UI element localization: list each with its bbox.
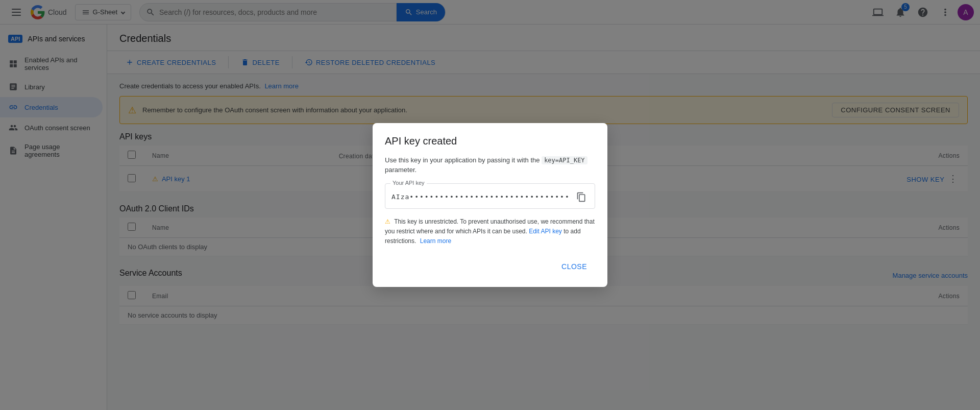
modal-overlay: API key created Use this key in your app… [0,0,980,410]
api-key-prefix: AIza [391,193,409,201]
api-key-row: AIza•••••••••••••••••••••••••••••••• [391,190,589,204]
api-key-masked: •••••••••••••••••••••••••••••••• [409,193,570,201]
modal-warning: ⚠ This key is unrestricted. To prevent u… [385,217,595,247]
api-key-field-label: Your API key [390,180,427,186]
modal-desc-prefix: Use this key in your application by pass… [385,156,540,164]
api-key-created-modal: API key created Use this key in your app… [373,123,607,287]
modal-footer: CLOSE [385,258,595,275]
api-key-value: AIza•••••••••••••••••••••••••••••••• [391,193,570,201]
modal-title: API key created [385,135,595,147]
modal-desc-suffix: parameter. [385,166,416,174]
modal-warning-icon: ⚠ [385,218,390,225]
copy-api-key-button[interactable] [574,190,589,204]
api-key-field-wrapper: Your API key AIza•••••••••••••••••••••••… [385,183,595,209]
modal-close-button[interactable]: CLOSE [553,258,595,275]
modal-param-code: key=API_KEY [542,156,587,164]
modal-learn-more-link[interactable]: Learn more [420,237,451,245]
modal-description: Use this key in your application by pass… [385,155,595,175]
edit-api-key-link[interactable]: Edit API key [529,228,562,235]
copy-icon [576,192,586,202]
